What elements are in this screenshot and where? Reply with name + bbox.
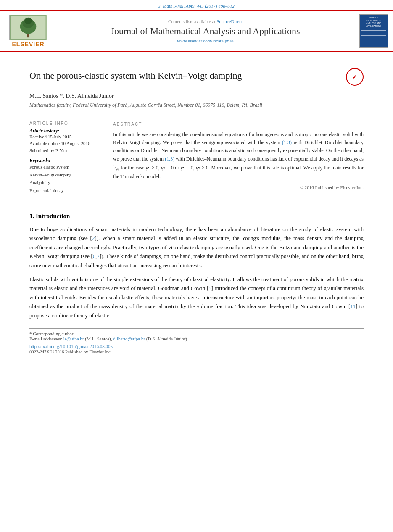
- paper-content: On the porous-elastic system with Kelvin…: [0, 52, 393, 354]
- ref-6[interactable]: 6: [93, 253, 96, 259]
- article-history-block: Article history: Received 15 July 2015 A…: [29, 128, 98, 154]
- email-addresses: E-mail addresses: ls@ufpa.br (M.L. Santo…: [29, 336, 364, 341]
- keyword-1: Porous elastic system: [29, 163, 98, 171]
- intro-para1: Due to huge applications of smart materi…: [29, 225, 364, 270]
- journal-url[interactable]: www.elsevier.com/locate/jmaa: [58, 38, 353, 43]
- article-info-abstract: ARTICLE INFO Article history: Received 1…: [29, 121, 364, 199]
- ref-7[interactable]: 7: [97, 253, 100, 259]
- email1-link[interactable]: ls@ufpa.br: [63, 336, 84, 341]
- sciencedirect-link[interactable]: ScienceDirect: [216, 19, 243, 24]
- intro-para2: Elastic solids with voids is one of the …: [29, 275, 364, 320]
- elsevier-tree-image: [9, 15, 47, 40]
- article-info-label: ARTICLE INFO: [29, 121, 98, 126]
- copyright: © 2016 Published by Elsevier Inc.: [113, 184, 364, 191]
- doi-link[interactable]: http://dx.doi.org/10.1016/j.jmaa.2016.08…: [29, 344, 113, 349]
- abstract-body-divider: [29, 204, 364, 204]
- keywords-block: Keywords: Porous elastic system Kelvin–V…: [29, 158, 98, 195]
- elsevier-wordmark: ELSEVIER: [12, 41, 44, 47]
- article-history-title: Article history:: [29, 128, 98, 133]
- received-date: Received 15 July 2015: [29, 133, 98, 140]
- sciencedirect-label: Contents lists available at ScienceDirec…: [58, 19, 353, 24]
- svg-point-4: [24, 18, 32, 24]
- footnote-section: * Corresponding author. E-mail addresses…: [29, 328, 364, 354]
- issn-line: 0022-247X/© 2016 Published by Elsevier I…: [29, 350, 364, 354]
- keyword-3: Analyticity: [29, 179, 98, 187]
- email2-link[interactable]: dilberto@ufpa.br: [113, 336, 145, 341]
- article-info-column: ARTICLE INFO Article history: Received 1…: [29, 121, 103, 199]
- journal-header-center: Contents lists available at ScienceDirec…: [58, 19, 353, 43]
- journal-header: ELSEVIER Contents lists available at Sci…: [0, 10, 393, 52]
- ref-5[interactable]: 5: [209, 285, 212, 291]
- submitted-by: Submitted by P. Yao: [29, 147, 98, 154]
- abstract-label: ABSTRACT: [113, 121, 364, 128]
- authors: M.L. Santos *, D.S. Almeida Júnior: [29, 93, 364, 100]
- abstract-text: In this article we are considering the o…: [113, 131, 364, 181]
- abstract-column: ABSTRACT In this article we are consider…: [113, 121, 364, 199]
- keyword-2: Kelvin–Voigt damping: [29, 171, 98, 179]
- journal-reference: J. Math. Anal. Appl. 445 (2017) 498–512: [0, 0, 393, 10]
- keyword-4: Exponential decay: [29, 187, 98, 195]
- ref-1-3-link2[interactable]: (1.3): [165, 156, 174, 162]
- intro-heading: 1. Introduction: [29, 213, 364, 220]
- crossmark-badge: ✓: [346, 68, 364, 86]
- journal-cover-thumbnail: Journal ofMATHEMATICALANALYSIS ANDAPPLIC…: [359, 14, 388, 48]
- ref-1-3-link[interactable]: (1.3): [282, 140, 292, 145]
- corresponding-author: * Corresponding author.: [29, 331, 364, 336]
- ref-11[interactable]: 11: [350, 303, 356, 309]
- affiliation: Mathematics faculty, Federal University …: [29, 101, 364, 109]
- available-date: Available online 10 August 2016: [29, 140, 98, 147]
- ref-2[interactable]: 2: [92, 235, 95, 241]
- header-divider: [29, 116, 364, 116]
- keywords-title: Keywords:: [29, 158, 98, 163]
- journal-title: Journal of Mathematical Analysis and App…: [58, 26, 353, 37]
- paper-title: On the porous-elastic system with Kelvin…: [29, 70, 340, 82]
- elsevier-logo: ELSEVIER: [5, 15, 51, 47]
